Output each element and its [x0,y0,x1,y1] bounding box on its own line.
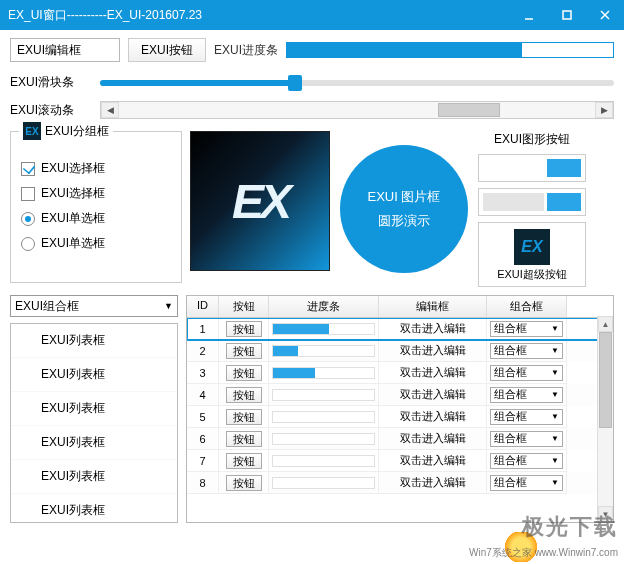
graphic-button-1[interactable] [478,154,586,182]
cell-id: 2 [187,340,219,362]
cell-id: 8 [187,472,219,494]
cell-edit[interactable]: 双击进入编辑 [379,472,487,494]
table-row[interactable]: 7按钮双击进入编辑组合框 [187,450,613,472]
row-combobox[interactable]: 组合框 [490,387,563,403]
cell-id: 5 [187,406,219,428]
row-combobox[interactable]: 组合框 [490,409,563,425]
cell-progress [269,472,379,494]
minimize-button[interactable] [510,0,548,30]
table-row[interactable]: 5按钮双击进入编辑组合框 [187,406,613,428]
row-button[interactable]: 按钮 [226,475,262,491]
list-item[interactable]: EXUI列表框 [11,426,177,460]
super-button-label: EXUI超级按钮 [483,267,581,282]
col-progress[interactable]: 进度条 [269,296,379,317]
row-combobox[interactable]: 组合框 [490,431,563,447]
cell-combo: 组合框 [487,318,567,340]
row-combobox[interactable]: 组合框 [490,453,563,469]
list-item[interactable]: EXUI列表框 [11,494,177,523]
list-item[interactable]: EXUI列表框 [11,358,177,392]
cell-edit[interactable]: 双击进入编辑 [379,384,487,406]
circle-line1: EXUI 图片框 [368,188,441,206]
row-button[interactable]: 按钮 [226,321,262,337]
combobox[interactable]: EXUI组合框 [10,295,178,317]
scrollbar-label: EXUI滚动条 [10,102,90,119]
table-row[interactable]: 6按钮双击进入编辑组合框 [187,428,613,450]
row-button[interactable]: 按钮 [226,387,262,403]
table-row[interactable]: 3按钮双击进入编辑组合框 [187,362,613,384]
cell-combo: 组合框 [487,472,567,494]
table-vertical-scrollbar[interactable]: ▲ ▼ [597,316,613,522]
cell-progress [269,384,379,406]
cell-edit[interactable]: 双击进入编辑 [379,340,487,362]
row-button[interactable]: 按钮 [226,343,262,359]
exui-logo-icon: EX [23,122,41,140]
list-item[interactable]: EXUI列表框 [11,392,177,426]
edit-field[interactable] [10,38,120,62]
list-item[interactable]: EXUI列表框 [11,460,177,494]
scroll-up-button[interactable]: ▲ [598,316,613,332]
cell-button: 按钮 [219,340,269,362]
table-row[interactable]: 2按钮双击进入编辑组合框 [187,340,613,362]
list-item[interactable]: EXUI列表框 [11,324,177,358]
scroll-thumb[interactable] [438,103,500,117]
row-button[interactable]: 按钮 [226,409,262,425]
col-id[interactable]: ID [187,296,219,317]
data-table: ID 按钮 进度条 编辑框 组合框 1按钮双击进入编辑组合框2按钮双击进入编辑组… [186,295,614,523]
row-combobox[interactable]: 组合框 [490,365,563,381]
cell-edit[interactable]: 双击进入编辑 [379,318,487,340]
exui-button[interactable]: EXUI按钮 [128,38,206,62]
cell-edit[interactable]: 双击进入编辑 [379,362,487,384]
row-button[interactable]: 按钮 [226,431,262,447]
row-combobox[interactable]: 组合框 [490,343,563,359]
super-button-group: EX EXUI超级按钮 [478,222,586,287]
cell-button: 按钮 [219,362,269,384]
table-row[interactable]: 1按钮双击进入编辑组合框 [187,318,613,340]
groupbox: EXEXUI分组框 EXUI选择框 EXUI选择框 EXUI单选框 EXUI单选… [10,131,182,283]
groupbox-title: EXUI分组框 [45,123,109,140]
window-title: EX_UI窗口----------EX_UI-201607.23 [8,7,202,24]
cell-edit[interactable]: 双击进入编辑 [379,450,487,472]
radio-1[interactable]: EXUI单选框 [21,210,171,227]
cell-id: 1 [187,318,219,340]
table-row[interactable]: 4按钮双击进入编辑组合框 [187,384,613,406]
image-box: EX [190,131,330,271]
maximize-button[interactable] [548,0,586,30]
col-button[interactable]: 按钮 [219,296,269,317]
scroll-right-button[interactable]: ▶ [595,102,613,118]
row-combobox[interactable]: 组合框 [490,321,563,337]
scroll-left-button[interactable]: ◀ [101,102,119,118]
row-button[interactable]: 按钮 [226,453,262,469]
row-combobox[interactable]: 组合框 [490,475,563,491]
cell-id: 3 [187,362,219,384]
graphic-button-2[interactable] [478,188,586,216]
scroll-down-button[interactable]: ▼ [598,506,613,522]
cell-combo: 组合框 [487,384,567,406]
listbox[interactable]: EXUI列表框EXUI列表框EXUI列表框EXUI列表框EXUI列表框EXUI列… [10,323,178,523]
scroll-thumb[interactable] [599,332,612,428]
checkbox-1[interactable]: EXUI选择框 [21,160,171,177]
cell-button: 按钮 [219,318,269,340]
horizontal-scrollbar[interactable]: ◀ ▶ [100,101,614,119]
circle-image-box: EXUI 图片框 圆形演示 [340,145,468,273]
titlebar: EX_UI窗口----------EX_UI-201607.23 [0,0,624,30]
cell-button: 按钮 [219,472,269,494]
checkbox-2[interactable]: EXUI选择框 [21,185,171,202]
cell-combo: 组合框 [487,406,567,428]
svg-rect-1 [563,11,571,19]
cell-edit[interactable]: 双击进入编辑 [379,406,487,428]
slider[interactable] [100,80,614,86]
col-edit[interactable]: 编辑框 [379,296,487,317]
radio-2[interactable]: EXUI单选框 [21,235,171,252]
cell-progress [269,362,379,384]
cell-combo: 组合框 [487,362,567,384]
col-combo[interactable]: 组合框 [487,296,567,317]
row-button[interactable]: 按钮 [226,365,262,381]
super-button[interactable]: EX [514,229,550,265]
close-button[interactable] [586,0,624,30]
circle-line2: 圆形演示 [378,212,430,230]
cell-button: 按钮 [219,428,269,450]
slider-thumb[interactable] [288,75,302,91]
table-row[interactable]: 8按钮双击进入编辑组合框 [187,472,613,494]
cell-edit[interactable]: 双击进入编辑 [379,428,487,450]
progress-label: EXUI进度条 [214,42,278,59]
